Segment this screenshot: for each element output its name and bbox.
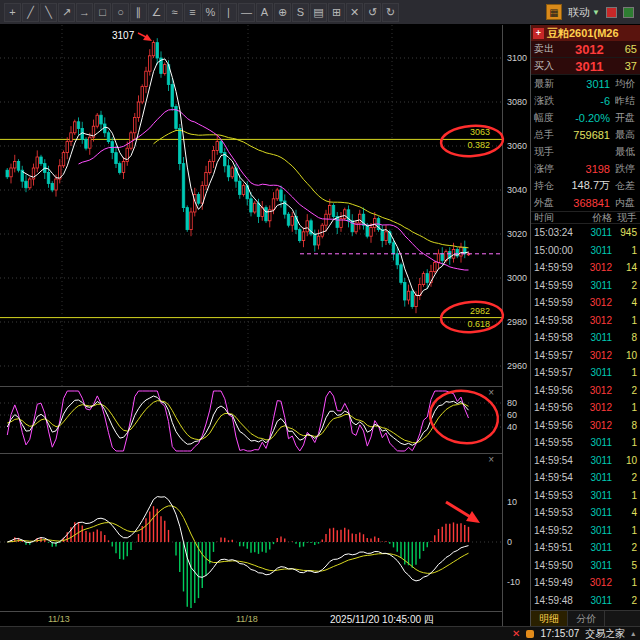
tick-time: 14:59:59: [534, 280, 581, 291]
linkage-dropdown[interactable]: 联动 ▼: [568, 5, 600, 20]
tick-price: 3011: [581, 437, 612, 448]
tick-row: 14:59:5630128: [531, 417, 640, 435]
field-value: 3011: [560, 78, 610, 90]
tick-price: 3011: [581, 332, 612, 343]
ray-tool[interactable]: ↗: [58, 3, 75, 22]
tick-volume: 1: [612, 437, 637, 448]
mark-tool[interactable]: ⊕: [274, 3, 291, 22]
close-panel-icon[interactable]: ×: [488, 455, 494, 465]
green-indicator-button[interactable]: [623, 7, 634, 18]
tick-volume: 1: [612, 367, 637, 378]
rect-tool[interactable]: □: [94, 3, 111, 22]
bid-volume: 37: [625, 60, 637, 72]
tick-price: 3011: [581, 507, 612, 518]
tick-time: 14:59:57: [534, 367, 581, 378]
wave-tool[interactable]: ≈: [166, 3, 183, 22]
contract-title: 豆粕2601(M26: [547, 26, 619, 41]
bid-row[interactable]: 买入 3011 37: [531, 58, 640, 75]
percent-tool[interactable]: %: [202, 3, 219, 22]
axis-tick: 3020: [507, 229, 527, 239]
tick-table: 15:03:24301194515:00:003011114:59:593012…: [531, 224, 640, 610]
text-tool[interactable]: A: [256, 3, 273, 22]
price-chart-panel[interactable]: 30630.38229820.6183107: [0, 25, 503, 386]
tick-volume: 1: [612, 525, 637, 536]
quote-info-row: 现手最低: [531, 143, 640, 160]
logo-icon: [526, 630, 534, 638]
drawing-tools-group: +╱╲↗→□○∥∠≈≡%|—A⊕S▤⊞✕↺↻: [4, 3, 399, 22]
vertical-line-tool[interactable]: |: [220, 3, 237, 22]
tick-table-header: 时间价格现手: [531, 211, 640, 224]
list-tool[interactable]: ▤: [310, 3, 327, 22]
axis-tick: 80: [507, 398, 517, 408]
tick-volume: 1: [612, 402, 637, 413]
undo-tool[interactable]: ↺: [364, 3, 381, 22]
site-name-link[interactable]: 交易之家: [585, 627, 625, 640]
close-panel-icon[interactable]: ×: [488, 388, 494, 398]
tick-row: 14:59:5930124: [531, 294, 640, 312]
tick-price: 3011: [581, 245, 612, 256]
page-icon[interactable]: ▦: [546, 4, 562, 20]
tick-volume: 1: [612, 245, 637, 256]
tick-row: 14:59:5630122: [531, 382, 640, 400]
parallel-lines-tool[interactable]: ∥: [130, 3, 147, 22]
golden-section-tool[interactable]: ≡: [184, 3, 201, 22]
save-tool[interactable]: S: [292, 3, 309, 22]
tab-active[interactable]: 明细: [531, 611, 568, 626]
field-value: 759681: [560, 129, 610, 141]
close-icon[interactable]: ✕: [512, 628, 520, 639]
tick-volume: 2: [612, 542, 637, 553]
axis-tick: 3080: [507, 97, 527, 107]
ask-price: 3012: [554, 42, 625, 57]
tick-volume: 2: [612, 385, 637, 396]
tick-volume: 14: [612, 262, 637, 273]
angle-tool[interactable]: ∠: [148, 3, 165, 22]
tick-price: 3011: [581, 280, 612, 291]
oscillator-panel[interactable]: ×: [0, 386, 503, 453]
field-label: 涨跌: [534, 94, 560, 108]
tick-price: 3011: [581, 367, 612, 378]
tick-col-header: 现手: [612, 211, 637, 225]
linkage-label: 联动: [568, 5, 590, 20]
tick-time: 15:03:24: [534, 227, 581, 238]
tick-row: 14:59:5330114: [531, 504, 640, 522]
ellipse-tool[interactable]: ○: [112, 3, 129, 22]
tab-inactive[interactable]: 分价: [568, 611, 605, 626]
tick-time: 14:59:58: [534, 315, 581, 326]
tick-volume: 4: [612, 507, 637, 518]
candlestick-chart: 30630.38229820.6183107: [0, 25, 503, 386]
field-label-right: 开盘: [615, 111, 637, 125]
field-label-right: 最低: [615, 145, 637, 159]
quote-info-row: 外盘368841内盘: [531, 194, 640, 211]
tick-row: 14:59:5830121: [531, 312, 640, 330]
chevron-up-icon[interactable]: ▴: [631, 629, 635, 638]
field-label: 外盘: [534, 196, 560, 210]
macd-panel[interactable]: ×: [0, 453, 503, 611]
date-label: 11/18: [236, 614, 258, 624]
field-value: 368841: [560, 197, 610, 209]
tick-price: 3011: [581, 560, 612, 571]
tick-price: 3012: [581, 350, 612, 361]
tick-price: 3012: [581, 577, 612, 588]
contract-title-bar[interactable]: + 豆粕2601(M26: [531, 25, 640, 41]
tick-price: 3011: [581, 227, 612, 238]
segment-tool[interactable]: ╲: [40, 3, 57, 22]
trend-line-tool[interactable]: ╱: [22, 3, 39, 22]
redo-tool[interactable]: ↻: [382, 3, 399, 22]
grid-tool[interactable]: ⊞: [328, 3, 345, 22]
tick-row: 14:59:5330111: [531, 487, 640, 505]
pointer-tool[interactable]: +: [4, 3, 21, 22]
arrow-tool[interactable]: →: [76, 3, 93, 22]
ask-row[interactable]: 卖出 3012 65: [531, 41, 640, 58]
field-label: 持仓: [534, 179, 560, 193]
tick-col-header: 时间: [534, 211, 581, 225]
tick-time: 14:59:59: [534, 262, 581, 273]
horizontal-line-tool[interactable]: —: [238, 3, 255, 22]
erase-tool[interactable]: ✕: [346, 3, 363, 22]
red-indicator-button[interactable]: [606, 7, 617, 18]
tick-price: 3012: [581, 402, 612, 413]
price-axis: 3100308030603040302030002980296080604010…: [504, 25, 530, 626]
field-label-right: 昨结: [615, 94, 637, 108]
tick-time: 14:59:59: [534, 297, 581, 308]
field-label: 最新: [534, 77, 560, 91]
field-value: -0.20%: [560, 112, 610, 124]
